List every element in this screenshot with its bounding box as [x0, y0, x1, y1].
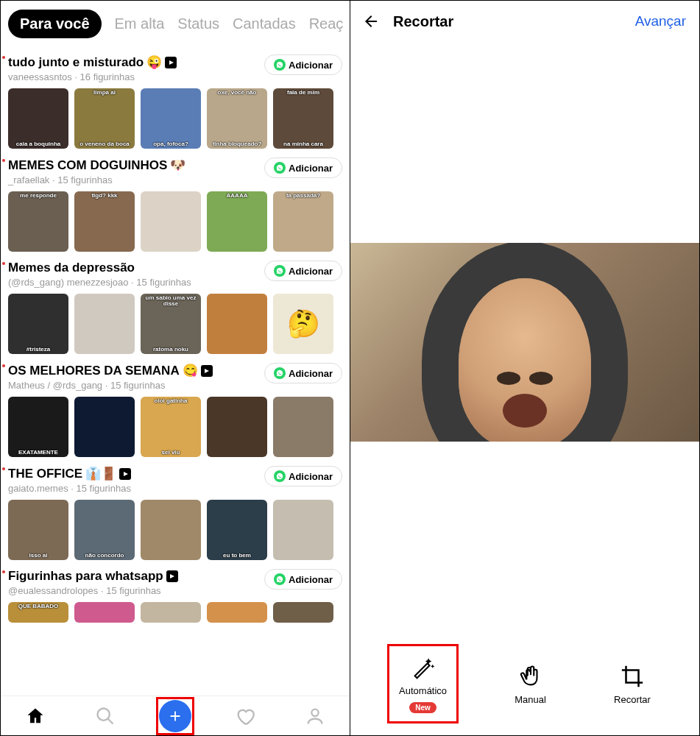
pack-title[interactable]: THE OFFICE👔🚪: [8, 466, 264, 481]
nav-favorites[interactable]: [229, 700, 261, 732]
sticker-caption-bottom: eu to bem: [207, 552, 267, 559]
sticker-browse-panel: Para você Em alta Status Cantadas Reaç t…: [1, 1, 350, 735]
nav-create[interactable]: [159, 700, 191, 732]
sticker-thumbnail[interactable]: ta passada?: [273, 191, 333, 252]
sticker-caption-top: fala de mim: [273, 89, 333, 96]
sticker-thumbnail[interactable]: [141, 602, 201, 623]
sticker-thumbnail[interactable]: [207, 397, 267, 457]
sticker-thumbnail[interactable]: [207, 294, 267, 354]
sticker-thumbnail[interactable]: [207, 602, 267, 623]
sticker-thumbnail[interactable]: tlgd? kkk: [74, 191, 135, 252]
add-button[interactable]: Adicionar: [264, 466, 342, 486]
sticker-thumbnail[interactable]: não concordo: [74, 500, 135, 560]
crop-image[interactable]: [350, 243, 699, 442]
sticker-thumbnail[interactable]: 🤔: [273, 294, 333, 354]
nav-home[interactable]: [19, 700, 52, 732]
sticker-thumbnail[interactable]: [273, 397, 333, 457]
sticker-caption-bottom: isso ai: [8, 552, 68, 559]
tab-status[interactable]: Status: [177, 15, 219, 32]
sticker-thumbnail[interactable]: #tristeza: [8, 294, 68, 354]
sticker-thumbnail[interactable]: AAAAA: [207, 191, 267, 252]
add-button[interactable]: Adicionar: [264, 54, 342, 75]
sticker-caption-top: oioi gatinha: [141, 397, 201, 405]
sticker-caption-top: ta passada?: [273, 192, 333, 199]
sticker-thumbnail[interactable]: opa, fofoca?: [141, 88, 201, 149]
crop-image-area: [350, 38, 699, 647]
tab-para-voce[interactable]: Para você: [8, 10, 102, 38]
sticker-thumbnail[interactable]: cala a boquinha: [8, 88, 68, 149]
tool-manual-label: Manual: [515, 694, 546, 705]
whatsapp-icon: [274, 573, 286, 585]
hand-icon: [517, 663, 544, 690]
sticker-thumbnail[interactable]: [273, 500, 333, 560]
add-button[interactable]: Adicionar: [264, 363, 342, 383]
sticker-thumbnail[interactable]: um sabio uma vez disseratoma noku: [141, 294, 201, 354]
sticker-row: cala a boquinhalimpa aio veneno da bocao…: [8, 88, 342, 149]
sticker-thumbnail[interactable]: oxe, você nãotinha bloqueado?: [207, 88, 267, 149]
sticker-caption-top: AAAAA: [207, 192, 267, 199]
nav-search[interactable]: [89, 700, 121, 732]
pack-title[interactable]: OS MELHORES DA SEMANA😋: [8, 363, 264, 378]
sticker-thumbnail[interactable]: [74, 397, 135, 457]
tool-automatic[interactable]: Automático New: [392, 647, 454, 721]
next-button[interactable]: Avançar: [635, 13, 686, 29]
svg-line-1: [108, 718, 113, 723]
sticker-caption-top: limpa ai: [74, 89, 135, 96]
tab-cantadas[interactable]: Cantadas: [233, 15, 296, 32]
pack-subtitle: @eualessandrolopes · 15 figurinhas: [8, 585, 264, 596]
sticker-thumbnail[interactable]: [141, 191, 201, 252]
crop-tools: Automático New Manual Recortar: [350, 647, 699, 735]
tab-reac[interactable]: Reaç: [309, 15, 344, 32]
add-button[interactable]: Adicionar: [264, 261, 342, 281]
pack-title[interactable]: MEMES COM DOGUINHOS🐶: [8, 158, 264, 173]
sticker-thumbnail[interactable]: QUE BABADO: [8, 602, 68, 623]
add-button[interactable]: Adicionar: [264, 158, 342, 178]
sticker-thumbnail[interactable]: EXATAMENTE: [8, 397, 68, 457]
sticker-caption-top: um sabio uma vez disse: [141, 294, 201, 308]
sticker-pack: OS MELHORES DA SEMANA😋Matheus / @rds_gan…: [8, 363, 342, 457]
pack-title[interactable]: Memes da depressão: [8, 261, 264, 275]
tool-manual[interactable]: Manual: [507, 656, 554, 712]
sticker-pack: MEMES COM DOGUINHOS🐶_rafaellak · 15 figu…: [8, 158, 342, 252]
nav-profile[interactable]: [299, 700, 331, 732]
svg-point-2: [311, 709, 318, 715]
pack-title[interactable]: tudo junto e misturado😜: [8, 54, 264, 70]
sticker-caption-top: oxe, você não: [207, 89, 267, 96]
sticker-row: EXATAMENTEoioi gatinhasei viu: [8, 397, 342, 457]
play-icon: [165, 57, 177, 68]
whatsapp-icon: [274, 265, 286, 277]
sticker-caption-bottom: na minha cara: [273, 141, 333, 148]
sticker-row: QUE BABADO: [8, 602, 342, 623]
sticker-pack: THE OFFICE👔🚪gaiato.memes · 15 figurinhas…: [8, 466, 342, 560]
tool-crop[interactable]: Recortar: [607, 656, 658, 712]
whatsapp-icon: [274, 367, 286, 379]
sticker-thumbnail[interactable]: limpa aio veneno da boca: [74, 88, 135, 149]
svg-point-0: [98, 708, 110, 720]
sticker-thumbnail[interactable]: [74, 294, 135, 354]
sticker-thumbnail[interactable]: [141, 500, 201, 560]
sticker-caption-bottom: cala a boquinha: [8, 141, 68, 148]
pack-subtitle: (@rds_gang) menezzesjoao · 15 figurinhas: [8, 277, 264, 288]
sticker-thumbnail[interactable]: me responde: [8, 191, 68, 252]
bottom-nav: [1, 696, 350, 735]
sticker-packs-list: tudo junto e misturado😜vaneessasntos · 1…: [1, 46, 350, 696]
tab-em-alta[interactable]: Em alta: [115, 15, 165, 32]
sticker-thumbnail[interactable]: isso ai: [8, 500, 68, 560]
sticker-thumbnail[interactable]: eu to bem: [207, 500, 267, 560]
whatsapp-icon: [274, 162, 286, 174]
play-icon: [166, 570, 178, 582]
pack-title[interactable]: Figurinhas para whatsapp: [8, 569, 264, 584]
crop-title: Recortar: [393, 13, 453, 30]
pack-subtitle: Matheus / @rds_gang · 15 figurinhas: [8, 380, 264, 391]
pack-subtitle: _rafaellak · 15 figurinhas: [8, 174, 264, 185]
sticker-caption-bottom: ratoma noku: [141, 346, 201, 353]
sticker-caption-bottom: sei viu: [141, 449, 201, 456]
back-button[interactable]: [362, 13, 380, 30]
sticker-thumbnail[interactable]: fala de mimna minha cara: [273, 88, 333, 149]
sticker-thumbnail[interactable]: oioi gatinhasei viu: [141, 397, 201, 457]
sticker-caption-bottom: #tristeza: [8, 346, 68, 353]
pack-subtitle: gaiato.memes · 15 figurinhas: [8, 483, 264, 494]
sticker-thumbnail[interactable]: [273, 602, 333, 623]
sticker-thumbnail[interactable]: [74, 602, 135, 623]
add-button[interactable]: Adicionar: [264, 569, 342, 590]
